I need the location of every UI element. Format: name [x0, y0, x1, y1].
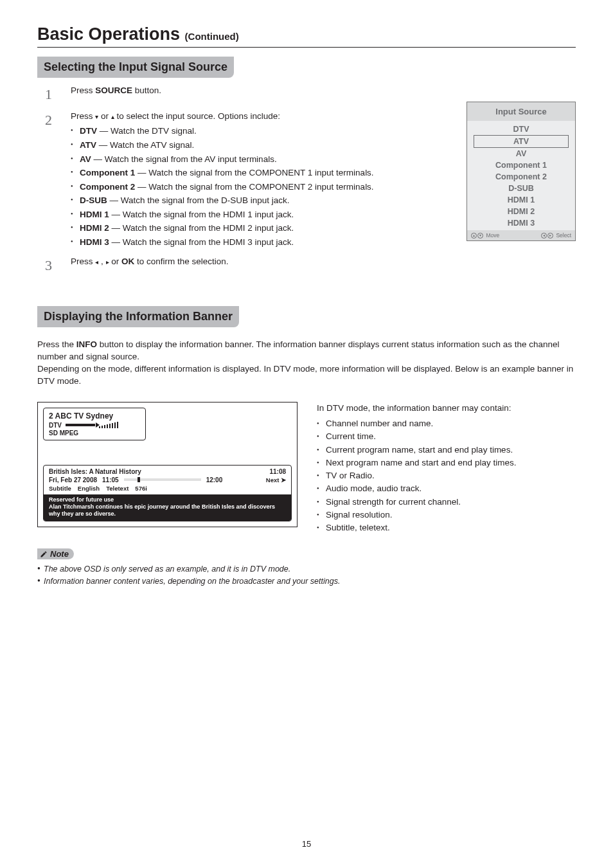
section-heading-select-source: Selecting the Input Signal Source [37, 57, 234, 78]
note-label: Note [50, 549, 69, 559]
tag-teletext: Teletext [106, 485, 129, 492]
note-line-1: Information banner content varies, depen… [37, 575, 576, 588]
step-1-num: 1 [45, 84, 57, 105]
right-icon: ▸ [547, 233, 553, 239]
tag-subtitle: Subtitle [49, 485, 71, 492]
note-tag: Note [37, 548, 74, 559]
note-lines: The above OSD is only served as an examp… [37, 563, 576, 588]
dtv-label: DTV [49, 422, 62, 429]
prog-time-row: Fri, Feb 27 2008 11:05 12:00 Next ➤ [44, 476, 291, 484]
section-display-info: Displaying the Information Banner Press … [37, 306, 576, 587]
isp-title: Input Source [467, 102, 575, 121]
opt-hdmi3-name: HDMI 3 [80, 237, 109, 247]
r0: Channel number and name. [317, 417, 516, 430]
isp-item-comp2[interactable]: Component 2 [467, 171, 575, 183]
input-source-panel: Input Source DTV ATV AV Component 1 Comp… [466, 102, 576, 241]
foot-select: ◂▸ Select [541, 232, 571, 239]
step-3-num: 3 [45, 255, 57, 276]
opt-hdmi2-desc: — Watch the signal from the HDMI 2 input… [109, 223, 294, 233]
start-time: 11:05 [102, 476, 119, 484]
page-title: Basic Operations (Continued) [37, 24, 576, 44]
r2: Current program name, start and end play… [317, 444, 516, 457]
isp-item-dtv[interactable]: DTV [467, 123, 575, 135]
isp-item-comp1[interactable]: Component 1 [467, 159, 575, 171]
s2-mid: or [98, 111, 111, 121]
page-number: 15 [0, 839, 613, 849]
banner-dark-area: Reserved for future use Alan Titchmarsh … [44, 494, 291, 521]
opt-comp2-desc: — Watch the signal from the COMPONENT 2 … [135, 182, 373, 192]
s3-mid: , [98, 257, 105, 266]
opt-dsub-name: D-SUB [80, 195, 107, 205]
isp-item-hdmi1[interactable]: HDMI 1 [467, 194, 575, 206]
opt-atv-name: ATV [80, 140, 96, 150]
channel-name: 2 ABC TV Sydney [49, 411, 140, 420]
prog-title: British Isles: A Natural History [49, 468, 141, 475]
down-icon: ▾ [477, 233, 483, 239]
section-heading-info-banner: Displaying the Information Banner [37, 306, 239, 327]
isp-item-atv-selected[interactable]: ATV [474, 135, 569, 148]
step1-bold: SOURCE [95, 86, 132, 95]
dtv-banner-mock: 2 ABC TV Sydney DTV SD MPEG British Isle… [37, 402, 298, 527]
opt-dsub-desc: — Watch the signal from the D-SUB input … [107, 195, 290, 205]
prog-date: Fri, Feb 27 2008 [49, 476, 97, 484]
tag-row: Subtitle English Teletext 576i [44, 484, 291, 494]
opt-comp1-desc: — Watch the signal from the COMPONENT 1 … [135, 168, 373, 177]
s3-post: to confirm the selection. [134, 257, 228, 266]
tag-english: English [78, 485, 100, 492]
info-paragraph: Press the INFO button to display the inf… [37, 339, 576, 388]
isp-item-av[interactable]: AV [467, 148, 575, 159]
title-rule [37, 47, 576, 48]
opt-hdmi1-name: HDMI 1 [80, 210, 109, 219]
opt-atv-desc: — Watch the ATV signal. [96, 140, 194, 150]
two-column-row: 2 ABC TV Sydney DTV SD MPEG British Isle… [37, 402, 576, 535]
opt-comp2-name: Component 2 [80, 182, 135, 192]
r6: Signal strength for current channel. [317, 496, 516, 509]
r1: Current time. [317, 430, 516, 443]
note-line-0: The above OSD is only served as an examp… [37, 563, 576, 575]
para-pre: Press the [37, 339, 76, 349]
isp-footer: ▴▾ Move ◂▸ Select [467, 230, 575, 240]
title-continued: (Continued) [185, 31, 239, 42]
signal-row: DTV [49, 422, 140, 429]
foot-select-label: Select [556, 232, 571, 239]
banner-top-box: 2 ABC TV Sydney DTV SD MPEG [43, 408, 146, 440]
step-3: 3 Press , or OK to confirm the selection… [45, 255, 576, 276]
isp-body: DTV ATV AV Component 1 Component 2 D-SUB… [467, 121, 575, 230]
r4: TV or Radio. [317, 469, 516, 482]
tag-res: 576i [135, 485, 147, 492]
pencil-icon [40, 550, 48, 558]
channel-name-text: 2 ABC TV Sydney [49, 411, 113, 420]
opt-dtv-desc: — Watch the DTV signal. [97, 126, 197, 136]
dark-line2: Alan Titchmarsh continues his epic journ… [49, 503, 286, 518]
end-time: 11:08 [269, 468, 286, 475]
opt-comp1-name: Component 1 [80, 168, 135, 177]
s3-pre: Press [71, 257, 95, 266]
foot-move-label: Move [486, 232, 499, 239]
next-label: Next ➤ [266, 476, 286, 484]
opt-av-name: AV [80, 154, 91, 164]
opt-hdmi1-desc: — Watch the signal from the HDMI 1 input… [109, 210, 294, 219]
opt-hdmi2-name: HDMI 2 [80, 223, 109, 233]
opt-dtv-name: DTV [80, 126, 97, 136]
banner-contents-list: In DTV mode, the information banner may … [317, 402, 516, 535]
r7: Signal resolution. [317, 509, 516, 521]
para-bold: INFO [76, 339, 97, 349]
isp-item-hdmi3[interactable]: HDMI 3 [467, 217, 575, 229]
step1-post: button. [132, 86, 161, 95]
prog-title-row: British Isles: A Natural History 11:08 [44, 466, 291, 476]
right-items: Channel number and name. Current time. C… [317, 417, 516, 534]
para-post: button to display the information banner… [37, 339, 573, 386]
up-icon: ▴ [471, 233, 477, 239]
r8: Subtitle, teletext. [317, 521, 516, 534]
isp-item-hdmi2[interactable]: HDMI 2 [467, 206, 575, 217]
banner-bottom-box: British Isles: A Natural History 11:08 F… [43, 465, 292, 521]
s2-pre: Press [71, 111, 95, 121]
step1-pre: Press [71, 86, 95, 95]
step-2-num: 2 [45, 110, 57, 250]
title-text: Basic Operations [37, 24, 180, 44]
dark-line1: Reserved for future use [49, 496, 286, 503]
left-icon: ◂ [541, 233, 547, 239]
step-3-body: Press , or OK to confirm the selection. [71, 255, 576, 276]
dur-end: 12:00 [206, 476, 223, 484]
isp-item-dsub[interactable]: D-SUB [467, 183, 575, 194]
